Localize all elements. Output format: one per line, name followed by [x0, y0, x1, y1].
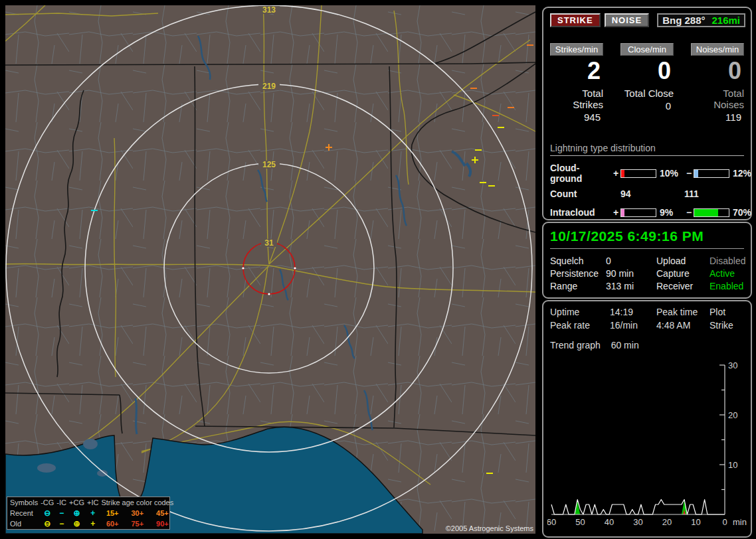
bearing-range: 216mi: [712, 15, 741, 26]
range-label: Range: [550, 281, 606, 291]
strikes-per-min-label: Strikes/min: [550, 43, 603, 56]
plus-sign: +: [611, 207, 620, 218]
total-close-value: 0: [620, 100, 674, 112]
ic-positive-pct: 9%: [656, 207, 684, 218]
persistence-value: 90 min: [606, 268, 656, 279]
status-grid: Squelch 0 Upload Disabled Persistence 90…: [550, 256, 744, 291]
cloud-ground-row: Cloud-ground + 10% − 12%: [550, 163, 744, 184]
age-15: 15+: [100, 508, 125, 518]
age-30: 30+: [125, 508, 150, 518]
svg-text:10: 10: [728, 460, 737, 470]
total-close-label: Total Close: [620, 88, 674, 99]
uptime-value: 14:19: [610, 307, 656, 317]
legend-row-recent-label: Recent: [7, 508, 39, 518]
svg-text:40: 40: [605, 517, 614, 527]
neg-ic-old-icon: −: [55, 518, 68, 529]
uptime-label: Uptime: [550, 307, 610, 317]
total-strikes-value: 945: [550, 112, 603, 123]
legend-age-title: Strike age color codes: [100, 497, 175, 508]
cg-negative-count: 111: [684, 189, 756, 199]
ring-label-313: 313: [262, 5, 276, 15]
ring-label-31: 31: [264, 238, 274, 248]
app-window: 313 219 125 31 Symbols -CG -IC +CG +IC: [0, 0, 756, 539]
pos-ic-old-icon: +: [86, 518, 100, 529]
peak-time-label: Peak time: [656, 307, 709, 317]
svg-text:20: 20: [728, 410, 737, 420]
ic-negative-pct: 70%: [729, 207, 756, 218]
stats-grid: Uptime 14:19 Peak time Plot Peak rate 16…: [550, 307, 744, 331]
bearing-label: Bng 288°: [662, 15, 705, 26]
cg-count-label: Count: [550, 189, 611, 199]
total-noises-label: Total Noises: [691, 88, 744, 110]
map-canvas[interactable]: 313 219 125 31: [5, 5, 535, 534]
close-per-min-value: 0: [620, 58, 674, 84]
ic-positive-bar: [620, 208, 656, 217]
copyright-text: ©2005 Astrogenic Systems: [446, 524, 533, 532]
svg-text:60: 60: [547, 517, 556, 527]
cg-negative-pct: 12%: [729, 168, 756, 179]
plot-label: Plot: [709, 307, 744, 317]
total-strikes-label: Total Strikes: [550, 88, 603, 110]
pos-cg-old-icon: ⊕: [68, 518, 86, 529]
squelch-value: 0: [606, 256, 656, 266]
trend-graph-window: 60 min: [611, 340, 639, 350]
svg-text:20: 20: [662, 517, 672, 527]
plot-mode-value: Strike: [709, 320, 744, 331]
plus-sign: +: [611, 168, 620, 179]
svg-text:30: 30: [728, 360, 737, 370]
svg-text:30: 30: [633, 517, 642, 527]
neg-cg-old-icon: ⊖: [39, 518, 55, 529]
minus-sign: −: [684, 207, 694, 218]
age-90: 90+: [150, 518, 175, 529]
pos-cg-recent-icon: ⊕: [68, 508, 86, 518]
noise-toggle-button[interactable]: NOISE: [605, 13, 649, 27]
strikes-per-min-value: 2: [550, 58, 603, 84]
cg-positive-count: 94: [620, 189, 684, 199]
ic-negative-bar: [694, 208, 729, 217]
legend-symbols-header: Symbols: [7, 497, 39, 508]
capture-label: Capture: [656, 268, 709, 279]
svg-text:min: min: [733, 517, 747, 527]
cg-positive-pct: 10%: [656, 168, 684, 179]
status-panel: 10/17/2025 6:49:16 PM Squelch 0 Upload D…: [542, 222, 752, 299]
total-noises-value: 119: [691, 112, 744, 123]
distribution-title: Lightning type distribution: [550, 143, 744, 156]
ring-label-125: 125: [262, 160, 276, 169]
upload-status: Disabled: [709, 256, 745, 266]
noises-per-min-label: Noises/min: [691, 43, 744, 56]
datetime-display: 10/17/2025 6:49:16 PM: [550, 228, 744, 249]
pos-ic-recent-icon: +: [86, 508, 100, 518]
close-per-min-label: Close/min: [620, 43, 674, 56]
receiver-label: Receiver: [656, 281, 709, 291]
cloud-ground-label: Cloud-ground: [550, 163, 611, 184]
intracloud-label: Intracloud: [550, 207, 611, 218]
age-45: 45+: [150, 508, 175, 518]
trend-graph-label: Trend graph: [550, 340, 601, 350]
receiver-status: Enabled: [709, 281, 745, 291]
strikes-per-min-counter: Strikes/min 2 Total Strikes 945: [550, 43, 603, 123]
close-per-min-counter: Close/min 0 Total Close 0: [620, 43, 674, 123]
trend-panel: Uptime 14:19 Peak time Plot Peak rate 16…: [542, 300, 752, 538]
peak-rate-label: Peak rate: [550, 320, 610, 331]
upload-label: Upload: [656, 256, 709, 266]
legend-col-neg-ic: -IC: [55, 497, 68, 508]
strike-toggle-button[interactable]: STRIKE: [550, 13, 601, 27]
cg-negative-bar: [694, 169, 729, 178]
persistence-label: Persistence: [550, 268, 606, 279]
cloud-ground-count-row: Count 94 111: [550, 189, 744, 199]
bearing-readout: Bng 288°216mi: [657, 13, 745, 27]
neg-cg-recent-icon: ⊖: [39, 508, 55, 518]
age-75: 75+: [125, 518, 150, 529]
lightning-map[interactable]: 313 219 125 31 Symbols -CG -IC +CG +IC: [5, 5, 535, 534]
legend-col-pos-cg: +CG: [68, 497, 86, 508]
svg-text:10: 10: [691, 517, 700, 527]
range-value: 313 mi: [606, 281, 656, 291]
capture-status: Active: [709, 268, 745, 279]
trend-graph-label-row: Trend graph 60 min: [550, 340, 744, 350]
squelch-label: Squelch: [550, 256, 606, 266]
trend-graph: 1020306050403020100min: [547, 358, 747, 532]
legend-col-pos-ic: +IC: [86, 497, 100, 508]
cg-positive-bar: [620, 169, 656, 178]
map-legend: Symbols -CG -IC +CG +IC Strike age color…: [7, 497, 170, 530]
legend-row-old-label: Old: [7, 518, 39, 529]
